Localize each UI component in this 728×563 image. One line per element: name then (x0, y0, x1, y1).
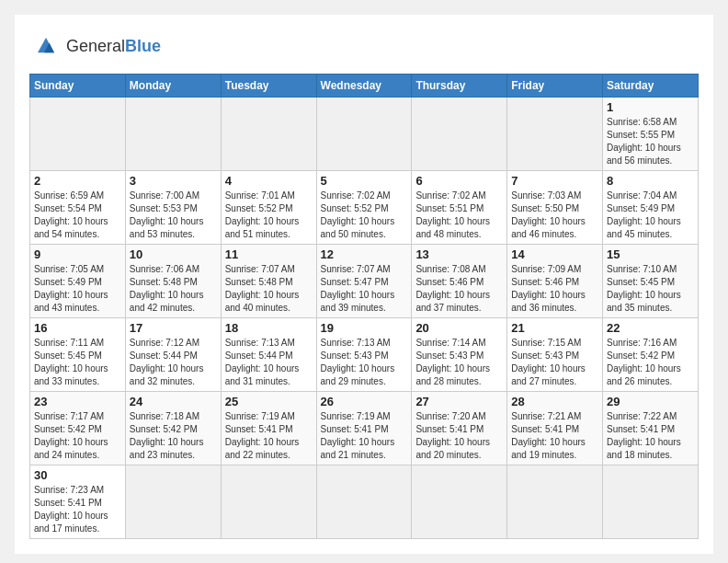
day-number: 9 (34, 247, 121, 261)
calendar-cell: 9Sunrise: 7:05 AM Sunset: 5:49 PM Daylig… (30, 245, 126, 318)
day-number: 14 (511, 247, 598, 261)
day-info: Sunrise: 7:00 AM Sunset: 5:53 PM Dayligh… (130, 190, 217, 241)
calendar-week-row: 9Sunrise: 7:05 AM Sunset: 5:49 PM Daylig… (30, 245, 699, 318)
weekday-header-row: SundayMondayTuesdayWednesdayThursdayFrid… (30, 75, 699, 98)
logo-text: GeneralBlue (66, 37, 161, 56)
weekday-header-tuesday: Tuesday (221, 75, 316, 98)
calendar-thead: SundayMondayTuesdayWednesdayThursdayFrid… (30, 75, 699, 98)
day-number: 28 (511, 395, 598, 408)
calendar-cell (316, 98, 412, 171)
calendar-cell: 6Sunrise: 7:02 AM Sunset: 5:51 PM Daylig… (412, 171, 507, 245)
calendar-week-row: 23Sunrise: 7:17 AM Sunset: 5:42 PM Dayli… (30, 392, 699, 465)
day-info: Sunrise: 7:01 AM Sunset: 5:52 PM Dayligh… (225, 190, 313, 241)
calendar-cell: 27Sunrise: 7:20 AM Sunset: 5:41 PM Dayli… (412, 392, 507, 465)
day-number: 19 (321, 321, 408, 335)
day-number: 3 (130, 174, 217, 188)
day-info: Sunrise: 7:18 AM Sunset: 5:42 PM Dayligh… (130, 410, 217, 462)
day-number: 12 (321, 247, 408, 261)
day-number: 16 (34, 321, 121, 335)
day-info: Sunrise: 7:15 AM Sunset: 5:43 PM Dayligh… (511, 337, 598, 388)
calendar-cell (412, 98, 507, 171)
day-number: 6 (415, 174, 503, 188)
calendar-cell: 11Sunrise: 7:07 AM Sunset: 5:48 PM Dayli… (221, 245, 316, 318)
logo: GeneralBlue (29, 29, 161, 63)
day-info: Sunrise: 7:07 AM Sunset: 5:47 PM Dayligh… (321, 263, 408, 315)
calendar-cell (30, 98, 126, 171)
weekday-header-friday: Friday (507, 75, 603, 98)
weekday-header-wednesday: Wednesday (316, 75, 412, 98)
day-number: 29 (607, 395, 694, 408)
calendar-cell (221, 465, 316, 539)
calendar-cell: 5Sunrise: 7:02 AM Sunset: 5:52 PM Daylig… (316, 171, 412, 245)
calendar-cell (603, 465, 699, 539)
calendar-cell: 21Sunrise: 7:15 AM Sunset: 5:43 PM Dayli… (507, 318, 603, 392)
day-number: 21 (511, 321, 598, 335)
calendar-cell (412, 465, 507, 539)
day-info: Sunrise: 7:13 AM Sunset: 5:44 PM Dayligh… (225, 337, 313, 388)
day-number: 10 (130, 247, 217, 261)
day-info: Sunrise: 7:16 AM Sunset: 5:42 PM Dayligh… (607, 337, 694, 388)
day-info: Sunrise: 7:22 AM Sunset: 5:41 PM Dayligh… (607, 410, 694, 462)
day-number: 27 (415, 395, 503, 408)
calendar-cell: 2Sunrise: 6:59 AM Sunset: 5:54 PM Daylig… (30, 171, 126, 245)
day-info: Sunrise: 7:05 AM Sunset: 5:49 PM Dayligh… (34, 263, 121, 315)
day-info: Sunrise: 7:12 AM Sunset: 5:44 PM Dayligh… (130, 337, 217, 388)
day-number: 26 (321, 395, 408, 408)
day-info: Sunrise: 7:06 AM Sunset: 5:48 PM Dayligh… (130, 263, 217, 315)
day-number: 15 (607, 247, 694, 261)
calendar-week-row: 16Sunrise: 7:11 AM Sunset: 5:45 PM Dayli… (30, 318, 699, 392)
day-number: 4 (225, 174, 313, 188)
day-info: Sunrise: 7:20 AM Sunset: 5:41 PM Dayligh… (415, 410, 503, 462)
calendar-cell (507, 465, 603, 539)
day-number: 18 (225, 321, 313, 335)
day-info: Sunrise: 7:19 AM Sunset: 5:41 PM Dayligh… (225, 410, 313, 462)
calendar-cell: 12Sunrise: 7:07 AM Sunset: 5:47 PM Dayli… (316, 245, 412, 318)
day-number: 8 (607, 174, 694, 188)
calendar-cell (221, 98, 316, 171)
day-info: Sunrise: 7:04 AM Sunset: 5:49 PM Dayligh… (607, 190, 694, 241)
logo-icon (29, 29, 63, 63)
day-info: Sunrise: 7:02 AM Sunset: 5:52 PM Dayligh… (321, 190, 408, 241)
day-info: Sunrise: 7:03 AM Sunset: 5:50 PM Dayligh… (511, 190, 598, 241)
day-number: 7 (511, 174, 598, 188)
calendar-cell (125, 465, 221, 539)
day-info: Sunrise: 7:21 AM Sunset: 5:41 PM Dayligh… (511, 410, 598, 462)
calendar-container: GeneralBlue SundayMondayTuesdayWednesday… (15, 15, 713, 554)
day-number: 24 (130, 395, 217, 408)
calendar-cell: 13Sunrise: 7:08 AM Sunset: 5:46 PM Dayli… (412, 245, 507, 318)
calendar-cell: 4Sunrise: 7:01 AM Sunset: 5:52 PM Daylig… (221, 171, 316, 245)
calendar-cell: 18Sunrise: 7:13 AM Sunset: 5:44 PM Dayli… (221, 318, 316, 392)
calendar-cell: 8Sunrise: 7:04 AM Sunset: 5:49 PM Daylig… (603, 171, 699, 245)
calendar-table: SundayMondayTuesdayWednesdayThursdayFrid… (29, 74, 699, 539)
day-number: 23 (34, 395, 121, 408)
day-info: Sunrise: 7:10 AM Sunset: 5:45 PM Dayligh… (607, 263, 694, 315)
day-number: 1 (607, 100, 694, 114)
calendar-cell: 29Sunrise: 7:22 AM Sunset: 5:41 PM Dayli… (603, 392, 699, 465)
calendar-week-row: 30Sunrise: 7:23 AM Sunset: 5:41 PM Dayli… (30, 465, 699, 539)
calendar-cell: 17Sunrise: 7:12 AM Sunset: 5:44 PM Dayli… (125, 318, 221, 392)
calendar-cell: 22Sunrise: 7:16 AM Sunset: 5:42 PM Dayli… (603, 318, 699, 392)
calendar-cell: 25Sunrise: 7:19 AM Sunset: 5:41 PM Dayli… (221, 392, 316, 465)
calendar-cell: 19Sunrise: 7:13 AM Sunset: 5:43 PM Dayli… (316, 318, 412, 392)
day-number: 25 (225, 395, 313, 408)
calendar-cell: 24Sunrise: 7:18 AM Sunset: 5:42 PM Dayli… (125, 392, 221, 465)
calendar-cell: 15Sunrise: 7:10 AM Sunset: 5:45 PM Dayli… (603, 245, 699, 318)
calendar-cell: 1Sunrise: 6:58 AM Sunset: 5:55 PM Daylig… (603, 98, 699, 171)
calendar-cell: 16Sunrise: 7:11 AM Sunset: 5:45 PM Dayli… (30, 318, 126, 392)
weekday-header-saturday: Saturday (603, 75, 699, 98)
day-info: Sunrise: 7:19 AM Sunset: 5:41 PM Dayligh… (321, 410, 408, 462)
day-info: Sunrise: 7:08 AM Sunset: 5:46 PM Dayligh… (415, 263, 503, 315)
day-number: 13 (415, 247, 503, 261)
day-info: Sunrise: 6:59 AM Sunset: 5:54 PM Dayligh… (34, 190, 121, 241)
calendar-cell (316, 465, 412, 539)
day-info: Sunrise: 7:07 AM Sunset: 5:48 PM Dayligh… (225, 263, 313, 315)
calendar-cell (507, 98, 603, 171)
calendar-cell: 26Sunrise: 7:19 AM Sunset: 5:41 PM Dayli… (316, 392, 412, 465)
calendar-cell: 3Sunrise: 7:00 AM Sunset: 5:53 PM Daylig… (125, 171, 221, 245)
weekday-header-sunday: Sunday (30, 75, 126, 98)
calendar-cell: 14Sunrise: 7:09 AM Sunset: 5:46 PM Dayli… (507, 245, 603, 318)
calendar-cell: 23Sunrise: 7:17 AM Sunset: 5:42 PM Dayli… (30, 392, 126, 465)
calendar-cell: 28Sunrise: 7:21 AM Sunset: 5:41 PM Dayli… (507, 392, 603, 465)
day-number: 20 (415, 321, 503, 335)
day-info: Sunrise: 7:14 AM Sunset: 5:43 PM Dayligh… (415, 337, 503, 388)
